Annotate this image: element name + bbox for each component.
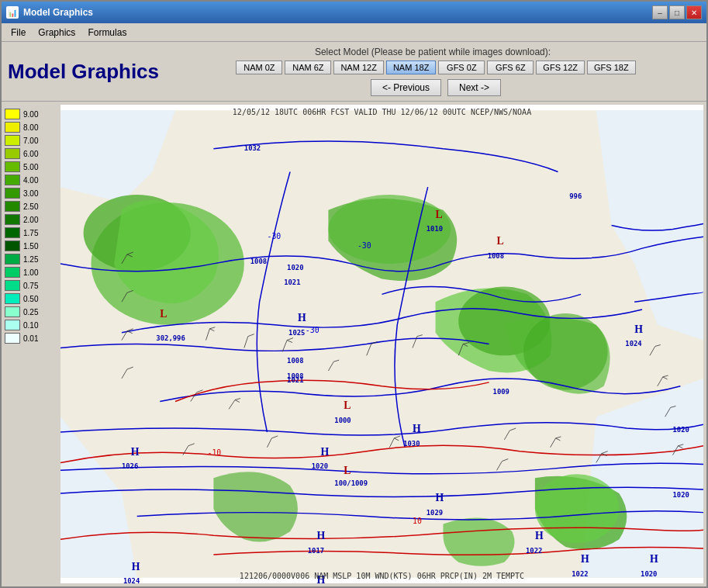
legend-item-125: 1.25 <box>5 253 54 265</box>
svg-text:H: H <box>581 553 589 565</box>
model-gfs0z[interactable]: GFS 0Z <box>438 61 485 74</box>
svg-text:1021: 1021 <box>284 279 300 287</box>
legend-color-700 <box>5 135 20 146</box>
legend-color-010 <box>5 320 20 330</box>
model-nam12z[interactable]: NAM 12Z <box>333 61 383 74</box>
nav-row: <- Previous Next -> <box>371 79 501 96</box>
svg-text:302,996: 302,996 <box>156 334 185 342</box>
svg-text:1029: 1029 <box>427 509 443 517</box>
menu-graphics[interactable]: Graphics <box>32 26 81 40</box>
svg-text:-30: -30 <box>357 241 371 250</box>
svg-text:1025: 1025 <box>288 329 305 337</box>
legend-item-175: 1.75 <box>5 227 54 239</box>
legend-item-400: 4.00 <box>5 174 54 186</box>
svg-point-6 <box>535 474 620 543</box>
svg-text:H: H <box>634 323 643 335</box>
legend-item-700: 7.00 <box>5 134 54 147</box>
legend-label-050: 0.50 <box>23 295 38 303</box>
svg-text:1032: 1032 <box>244 144 261 152</box>
svg-text:L: L <box>436 209 443 220</box>
legend-item-900: 9.00 <box>5 108 54 120</box>
model-nam18z[interactable]: NAM 18Z <box>386 61 436 74</box>
next-button[interactable]: Next -> <box>447 79 501 96</box>
svg-text:-10: -10 <box>207 448 221 457</box>
legend-label-175: 1.75 <box>23 229 38 237</box>
menu-bar: File Graphics Formulas <box>2 23 706 42</box>
legend-color-175 <box>5 227 20 238</box>
svg-text:100/1009: 100/1009 <box>334 479 368 487</box>
legend-label-300: 3.00 <box>23 189 38 198</box>
model-nam6z[interactable]: NAM 6Z <box>285 61 331 74</box>
legend-color-125 <box>5 254 20 265</box>
legend-color-800 <box>5 122 20 133</box>
app-title: Model Graphics <box>8 60 159 84</box>
svg-text:1008: 1008 <box>287 357 303 365</box>
svg-text:-30: -30 <box>267 232 281 240</box>
legend-color-050 <box>5 293 20 304</box>
window-title: Model Graphics <box>23 7 652 18</box>
model-nam0z[interactable]: NAM 0Z <box>236 61 282 74</box>
legend-label-700: 7.00 <box>23 137 38 145</box>
svg-text:1010: 1010 <box>427 225 443 233</box>
svg-text:1009: 1009 <box>493 388 509 396</box>
legend-color-400 <box>5 175 20 185</box>
svg-text:10: 10 <box>413 517 422 525</box>
legend-color-150 <box>5 240 20 251</box>
legend-color-300 <box>5 188 20 199</box>
svg-text:H: H <box>535 530 544 541</box>
minimize-button[interactable]: – <box>652 5 668 19</box>
legend-item-500: 5.00 <box>5 161 54 173</box>
svg-text:H: H <box>413 423 421 434</box>
model-gfs18z[interactable]: GFS 18Z <box>587 61 636 74</box>
svg-text:H: H <box>298 312 306 323</box>
previous-button[interactable]: <- Previous <box>371 79 441 96</box>
legend-item-800: 8.00 <box>5 121 54 133</box>
svg-text:1008: 1008 <box>488 252 504 260</box>
model-gfs12z[interactable]: GFS 12Z <box>536 61 585 74</box>
toolbar: Model Graphics Select Model (Please be p… <box>2 42 706 102</box>
svg-text:H: H <box>321 446 330 458</box>
legend-label-500: 5.00 <box>23 163 38 171</box>
legend-item-075: 0.75 <box>5 279 54 292</box>
close-button[interactable]: ✕ <box>686 5 702 19</box>
legend: 9.00 8.00 7.00 6.00 5.00 <box>2 102 57 586</box>
legend-color-001 <box>5 333 20 344</box>
legend-label-075: 0.75 <box>23 282 38 290</box>
model-select-row: Select Model (Please be patient while im… <box>171 47 700 57</box>
svg-text:H: H <box>132 561 140 572</box>
legend-label-600: 6.00 <box>23 150 38 158</box>
svg-text:L: L <box>344 399 351 411</box>
legend-color-200 <box>5 214 20 225</box>
svg-text:-30: -30 <box>306 326 319 334</box>
model-buttons: NAM 0Z NAM 6Z NAM 12Z NAM 18Z GFS 0Z GFS… <box>236 61 635 74</box>
legend-color-500 <box>5 161 20 172</box>
legend-label-200: 2.00 <box>23 216 38 224</box>
legend-label-001: 0.01 <box>23 334 38 343</box>
svg-text:996: 996 <box>569 192 582 200</box>
model-gfs6z[interactable]: GFS 6Z <box>487 61 534 74</box>
svg-text:1030: 1030 <box>403 440 420 448</box>
legend-label-025: 0.25 <box>23 308 38 316</box>
legend-bar: 9.00 8.00 7.00 6.00 5.00 <box>5 108 54 344</box>
legend-label-900: 9.00 <box>23 110 38 119</box>
svg-text:H: H <box>317 530 326 541</box>
svg-text:L: L <box>160 308 167 320</box>
legend-color-075 <box>5 280 20 291</box>
maximize-button[interactable]: □ <box>669 5 685 19</box>
legend-item-150: 1.50 <box>5 240 54 252</box>
legend-item-050: 0.50 <box>5 292 54 305</box>
legend-item-200: 2.00 <box>5 213 54 226</box>
svg-text:1020: 1020 <box>673 426 689 434</box>
menu-formulas[interactable]: Formulas <box>81 26 133 40</box>
menu-file[interactable]: File <box>5 26 32 40</box>
app-icon: 📊 <box>6 6 19 19</box>
svg-text:1026: 1026 <box>122 462 138 470</box>
legend-item-300: 3.00 <box>5 187 54 199</box>
svg-point-5 <box>523 313 608 390</box>
legend-color-900 <box>5 109 20 119</box>
svg-text:H: H <box>436 492 444 503</box>
title-bar: 📊 Model Graphics – □ ✕ <box>2 2 706 23</box>
legend-label-100: 1.00 <box>23 268 38 277</box>
legend-color-600 <box>5 148 20 159</box>
svg-text:H: H <box>650 553 658 565</box>
